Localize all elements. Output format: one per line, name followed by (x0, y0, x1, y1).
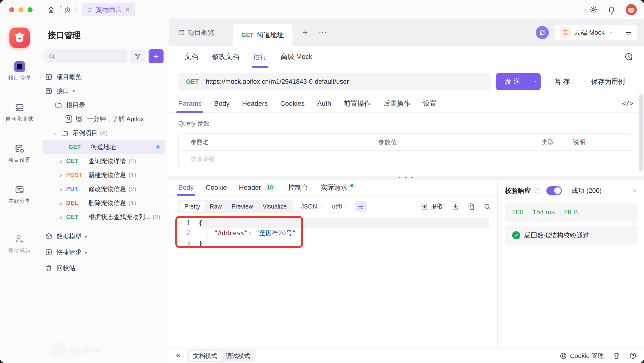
tab-params[interactable]: Params (178, 95, 202, 112)
method-badge[interactable]: GET (186, 78, 199, 85)
tab-advanced-mock[interactable]: 高级 Mock (281, 46, 312, 68)
tab-response-cookie[interactable]: Cookie (206, 180, 227, 196)
code-icon[interactable]: </> (622, 100, 633, 107)
rail-item-project-settings[interactable]: 项目设置 (8, 143, 31, 164)
home-button[interactable]: 主页 (47, 5, 71, 14)
tree-item-markdown-doc[interactable]: M 一分钟，了解 Apifox！ (39, 112, 169, 126)
tree-endpoint[interactable]: › PUT 修改宠物信息 (2) (39, 182, 169, 196)
tab-response-body[interactable]: Body (178, 180, 194, 196)
zoom-window-button[interactable] (28, 7, 32, 12)
filter-button[interactable] (130, 49, 145, 63)
chevron-right-icon[interactable]: › (60, 213, 66, 221)
add-param-row[interactable]: 添加参数 (179, 151, 632, 167)
history-clock-icon[interactable] (624, 52, 633, 61)
chevron-down-icon[interactable]: ⌄ (53, 130, 59, 136)
caret-down-icon[interactable]: ▾ (72, 88, 75, 94)
validation-toggle[interactable] (546, 186, 562, 195)
tree-item-example-folder[interactable]: ⌄ 示例项目 (6) (39, 126, 169, 140)
json-value: "至因街20号" (256, 228, 296, 238)
tree-endpoint[interactable]: › POST 新建宠物信息 (1) (39, 168, 169, 182)
tree-item-api-section[interactable]: 接口 ▾ (39, 84, 169, 98)
search-icon[interactable] (483, 203, 491, 210)
tab-run[interactable]: 运行 (253, 46, 267, 68)
tree-item-root-folder[interactable]: 根目录 (39, 98, 169, 112)
doc-mode-button[interactable]: 文档模式 (189, 351, 222, 361)
tab-actual-request[interactable]: 实际请求 (320, 180, 354, 196)
extract-button[interactable]: 提取 (420, 202, 443, 211)
environment-menu-button[interactable] (620, 25, 638, 40)
tab-pre-processors[interactable]: 前置操作 (344, 95, 371, 112)
pane-resize-handle[interactable]: • • • (169, 176, 644, 180)
tab-active-endpoint[interactable]: GET 街道地址 (233, 24, 292, 46)
gear-icon[interactable] (589, 5, 598, 14)
tree-endpoint-selected[interactable]: GET 街道地址 (42, 140, 166, 154)
tab-cookies[interactable]: Cookies (280, 95, 304, 112)
download-icon[interactable] (452, 203, 459, 210)
tree-item-recycle-bin[interactable]: 回收站 (39, 260, 169, 276)
search-input[interactable] (44, 49, 127, 63)
theme-shirt-icon[interactable] (612, 352, 620, 360)
tree-endpoint[interactable]: › GET 根据状态查找宠物列... (2) (39, 210, 169, 224)
url-input[interactable]: GET https://mock.apifox.cn/m1/2941843-0-… (178, 73, 491, 90)
tab-body[interactable]: Body (214, 95, 230, 112)
help-circle-icon[interactable] (534, 187, 541, 194)
save-as-case-button[interactable]: 保存为用例 (584, 73, 632, 90)
tab-edit-doc[interactable]: 修改文档 (212, 46, 239, 68)
tree-endpoint[interactable]: › DEL 删除宠物信息 (1) (39, 196, 169, 210)
tab-headers[interactable]: Headers (242, 95, 268, 112)
tab-project-overview[interactable]: 项目概览 (178, 28, 214, 37)
mode-visualize[interactable]: Visualize (258, 201, 292, 212)
rail-item-online-share[interactable]: 在线分享 (8, 184, 31, 205)
minimize-window-button[interactable] (18, 7, 24, 12)
url-text[interactable]: https://mock.apifox.cn/m1/2941843-0-defa… (206, 78, 349, 85)
mode-preview[interactable]: Preview (226, 201, 258, 212)
tab-post-processors[interactable]: 后置操作 (383, 95, 410, 112)
rail-item-api-management[interactable]: 接口管理 (8, 61, 31, 82)
chevron-right-icon[interactable]: › (60, 157, 66, 165)
chevron-right-icon[interactable]: › (60, 185, 66, 193)
rail-item-automation[interactable]: 自动化测试 (6, 102, 33, 123)
chevron-down-icon[interactable] (630, 187, 638, 194)
bell-icon[interactable] (607, 5, 616, 14)
chevron-right-icon[interactable]: › (60, 199, 66, 207)
send-button[interactable]: 发 送 (496, 73, 540, 90)
add-api-button[interactable]: + (148, 49, 164, 63)
scrollbar-thumb[interactable] (639, 94, 643, 171)
mode-pretty[interactable]: Pretty (180, 201, 205, 212)
debug-mode-button[interactable]: 调试模式 (222, 351, 254, 361)
tab-response-header[interactable]: Header 10 (239, 180, 276, 196)
tab-doc[interactable]: 文档 (184, 46, 198, 68)
new-tab-button[interactable]: + (302, 27, 308, 38)
tab-auth[interactable]: Auth (317, 95, 331, 112)
copy-icon[interactable] (468, 203, 475, 210)
close-window-button[interactable] (9, 7, 14, 12)
caret-right-icon[interactable]: ▸ (85, 249, 88, 255)
tree-item-data-model[interactable]: 数据模型 ▸ (39, 228, 169, 244)
stash-button[interactable]: 暂 存 (546, 73, 578, 90)
environment-select[interactable]: 云 云端 Mock (554, 25, 638, 40)
project-tab[interactable]: 宠物商店 ✕ (82, 3, 135, 16)
chevron-right-icon[interactable]: › (60, 171, 66, 179)
sync-button[interactable] (536, 26, 549, 39)
tree-endpoint[interactable]: › GET 查询宠物详情 (4) (39, 154, 169, 168)
response-body-editor[interactable]: 1{ 2"Address": "至因街20号" 3} (178, 217, 492, 345)
more-tabs-button[interactable]: ⋯ (318, 28, 327, 37)
encoding-dropdown[interactable]: utf8 (332, 203, 349, 210)
help-circle-icon[interactable] (629, 352, 637, 360)
doc-tabs: 文档 修改文档 运行 高级 Mock (169, 46, 644, 68)
format-dropdown[interactable]: JSON (301, 203, 324, 210)
apifox-logo[interactable] (10, 27, 30, 48)
tab-console[interactable]: 控制台 (288, 180, 308, 196)
tree-item-quick-request[interactable]: 快捷请求 ▸ (39, 244, 169, 260)
send-options-button[interactable] (529, 73, 540, 90)
tab-request-settings[interactable]: 设置 (423, 95, 436, 112)
close-icon[interactable]: ✕ (125, 6, 130, 13)
code-token: : (248, 228, 256, 238)
tree-item-project-overview[interactable]: 项目概览 (39, 70, 169, 84)
rail-item-invite-member[interactable]: 邀请成员 (8, 234, 31, 254)
cookie-manager-button[interactable]: Cookie 管理 (560, 352, 604, 360)
caret-right-icon[interactable]: ▸ (85, 233, 88, 239)
avatar[interactable] (626, 4, 637, 15)
word-wrap-button[interactable] (355, 201, 367, 212)
mode-raw[interactable]: Raw (205, 201, 226, 212)
